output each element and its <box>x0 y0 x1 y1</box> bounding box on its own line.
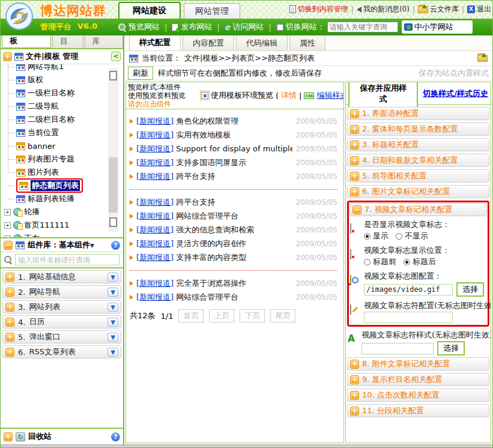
component-item[interactable]: +6.RSS文章列表▼ <box>2 345 121 359</box>
scroll-down-button[interactable] <box>109 217 117 227</box>
open-folder-icon[interactable] <box>477 55 488 62</box>
video-symbol-input[interactable] <box>364 312 453 323</box>
save-builtin-style-link[interactable]: 保存为站点内置样式 <box>419 68 489 79</box>
tree-item[interactable]: 二级导航 <box>1 100 123 113</box>
tree-item[interactable]: 标题列表轮播 <box>1 192 123 205</box>
expand-plus-icon[interactable]: + <box>4 432 13 441</box>
insert-down-button[interactable]: ▼ <box>107 288 118 297</box>
tree-item[interactable]: +正在 <box>1 232 123 237</box>
expand-plus-icon[interactable]: + <box>350 407 359 416</box>
switch-to-content-link[interactable]: 切换到内容管理 <box>289 4 348 14</box>
tab-style-config[interactable]: 样式配置 <box>129 35 181 50</box>
news-category-link[interactable]: [新闻报道] <box>136 278 174 289</box>
expand-plus-icon[interactable]: + <box>350 391 359 400</box>
expand-plus-icon[interactable]: + <box>5 348 14 357</box>
scroll-thumb[interactable] <box>109 157 118 213</box>
tab-properties[interactable]: 属性 <box>289 35 325 50</box>
component-item[interactable]: +1.网站基础信息▼ <box>2 270 121 283</box>
radio-hide[interactable] <box>396 233 402 240</box>
collapse-minus-icon[interactable]: − <box>352 205 361 214</box>
radio-before-title[interactable] <box>364 259 371 265</box>
expander-plus-icon[interactable]: + <box>4 235 11 238</box>
visit-site-menu[interactable]: e访问网站 <box>225 22 264 32</box>
expand-plus-icon[interactable]: + <box>350 172 359 181</box>
expand-plus-icon[interactable]: + <box>350 187 359 196</box>
tab-columns[interactable]: 栏目 <box>52 35 83 48</box>
site-search-input[interactable] <box>327 22 398 32</box>
detail-link[interactable]: 详情 <box>281 90 297 101</box>
tree-item[interactable]: 二级栏目名称 <box>1 113 123 126</box>
tab-content-config[interactable]: 内容配置 <box>183 35 234 50</box>
edit-stylesheet-link[interactable]: 编辑样式表 <box>316 90 344 101</box>
config-item-6[interactable]: +6. 图片文章标记相关配置 <box>347 185 489 198</box>
tree-item[interactable]: banner <box>1 139 123 153</box>
tree-item[interactable]: +首页111111 <box>1 219 123 232</box>
symbol-style-input[interactable] <box>361 343 434 354</box>
expand-plus-icon[interactable]: + <box>350 375 359 384</box>
expander-plus-icon[interactable]: + <box>4 222 11 229</box>
news-category-link[interactable]: [新闻报道] <box>136 144 174 154</box>
choose-image-button[interactable]: 选择 <box>456 282 484 297</box>
expand-plus-icon[interactable]: + <box>5 273 14 282</box>
env-preview-checkbox[interactable] <box>201 92 208 99</box>
expand-plus-icon[interactable]: + <box>5 288 14 297</box>
tab-material-library[interactable]: 资料库 <box>85 35 123 48</box>
expand-plus-icon[interactable]: + <box>350 156 359 165</box>
component-item[interactable]: +5.弹出窗口▼ <box>2 330 121 344</box>
news-category-link[interactable]: [新闻报道] <box>136 171 174 182</box>
insert-down-button[interactable]: ▼ <box>107 318 118 327</box>
news-category-link[interactable]: [新闻报道] <box>136 197 174 208</box>
scroll-up-button[interactable] <box>109 71 117 80</box>
tree-item[interactable]: +轮播 <box>1 205 123 219</box>
news-category-link[interactable]: [新闻报道] <box>136 211 174 222</box>
config-item-2[interactable]: +2. 窗体和每页显示条数配置 <box>347 123 489 136</box>
expand-plus-icon[interactable]: + <box>350 360 359 369</box>
publish-site-menu[interactable]: 发布网站 <box>172 22 212 32</box>
prev-page-button[interactable]: 上页 <box>209 309 234 322</box>
tab-site-build[interactable]: 网站建设 <box>118 2 181 19</box>
expand-plus-icon[interactable]: + <box>5 303 14 312</box>
tree-scrollbar[interactable] <box>108 68 118 232</box>
news-category-link[interactable]: [新闻报道] <box>136 252 174 263</box>
tree-item[interactable]: 网站导航1 <box>1 64 123 73</box>
expand-plus-icon[interactable]: + <box>350 125 359 134</box>
radio-show[interactable] <box>364 233 371 240</box>
tree-item[interactable]: 版权 <box>1 73 123 86</box>
my-messages-link[interactable]: 我的新消息(0) <box>357 4 410 14</box>
library-title[interactable]: 组件库：基本组件▼ <box>28 240 108 250</box>
news-category-link[interactable]: [新闻报道] <box>136 130 174 141</box>
expand-plus-icon[interactable]: + <box>5 318 14 327</box>
insert-down-button[interactable]: ▼ <box>107 273 118 282</box>
switch-style-link[interactable]: 切换样式/样式历史 <box>423 88 488 99</box>
config-item-8[interactable]: +8. 附件文章标记相关配置 <box>347 357 489 371</box>
expand-plus-icon[interactable]: + <box>5 333 14 342</box>
config-item-10[interactable]: +10. 点击次数相关配置 <box>347 389 489 402</box>
component-item[interactable]: +4.日历▼ <box>2 315 121 328</box>
insert-down-button[interactable]: ▼ <box>107 348 118 357</box>
tree-item[interactable]: 列表图片专题 <box>1 153 123 166</box>
current-site-selector[interactable]: 中小学网站 <box>402 20 473 34</box>
config-item-1[interactable]: +1. 界面语种配置 <box>347 107 489 120</box>
collapse-panel-button[interactable]: < <box>111 52 121 61</box>
component-search-input[interactable] <box>15 254 119 265</box>
news-category-link[interactable]: [新闻报道] <box>136 157 174 168</box>
component-item[interactable]: +2.网站导航▼ <box>2 285 121 298</box>
tree-item[interactable]: 图片列表 <box>1 166 123 179</box>
last-page-button[interactable]: 尾页 <box>270 309 295 322</box>
config-item-9[interactable]: +9. 显示栏目名相关配置 <box>347 373 489 386</box>
expand-plus-icon[interactable]: + <box>350 141 359 150</box>
tree-item[interactable]: 当前位置 <box>1 126 123 139</box>
choose-style-button[interactable]: 选择 <box>437 341 465 356</box>
news-category-link[interactable]: [新闻报道] <box>136 292 174 303</box>
expander-plus-icon[interactable]: + <box>4 209 11 216</box>
exit-link[interactable]: X退出 <box>467 4 491 14</box>
save-apply-button[interactable]: 保存并应用样式 <box>348 82 418 108</box>
config-item-5[interactable]: +5. 前导图相关配置 <box>347 169 489 183</box>
expand-plus-icon[interactable]: + <box>3 52 12 61</box>
config-item-4[interactable]: +4. 日期和最新文章相关配置 <box>347 154 489 167</box>
tab-files-templates[interactable]: 文件|模板 <box>2 35 51 48</box>
insert-down-button[interactable]: ▼ <box>107 333 118 342</box>
component-item[interactable]: +3.网站列表▼ <box>2 300 121 313</box>
tree-item[interactable]: 一级栏目名称 <box>1 86 123 100</box>
help-icon[interactable]: ? <box>111 241 120 250</box>
